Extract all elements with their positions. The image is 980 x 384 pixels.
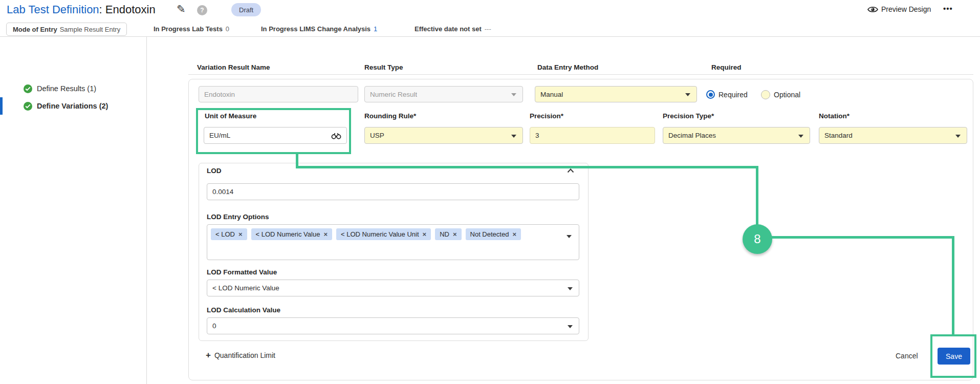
tag-nd: ND× [435, 228, 461, 240]
effective-date-label: Effective date not set [415, 25, 482, 33]
precision-type-label: Precision Type* [663, 112, 714, 120]
lims-change-analysis-label: In Progress LIMS Change Analysis [261, 25, 371, 33]
col-variation-result-name: Variation Result Name [197, 63, 270, 71]
page-header: Lab Test Definition: Endotoxin ✎ ? Draft… [0, 0, 980, 22]
collapse-chevron-up-icon[interactable] [567, 168, 574, 173]
sidebar-item-define-results[interactable]: Define Results (1) [0, 80, 146, 97]
add-quantification-limit-link[interactable]: + Quantification Limit [206, 350, 275, 360]
chevron-down-icon [511, 93, 516, 96]
precision-input[interactable]: 3 [530, 127, 655, 144]
page-title: Lab Test Definition: Endotoxin [7, 3, 156, 16]
tag-lt-lod: < LOD× [211, 228, 247, 240]
in-progress-lab-tests: In Progress Lab Tests 0 [154, 25, 229, 33]
lod-calculation-value-label: LOD Calculation Value [207, 306, 280, 314]
binoculars-lookup-icon[interactable] [331, 132, 341, 139]
required-radio-label: Required [718, 91, 748, 99]
variation-result-name-input: Endotoxin [199, 86, 358, 102]
more-actions-button[interactable]: ••• [943, 4, 953, 13]
chevron-down-icon [568, 287, 573, 290]
step-complete-icon [24, 102, 32, 111]
mode-of-entry-tab[interactable]: Mode of Entry Sample Result Entry [6, 23, 127, 36]
selected-indicator [0, 97, 3, 115]
lod-entry-options-multiselect[interactable]: < LOD× < LOD Numeric Value× < LOD Numeri… [207, 224, 579, 260]
col-required: Required [711, 63, 742, 71]
eye-icon [867, 6, 878, 13]
steps-sidebar: Define Results (1) Define Variations (2) [0, 37, 147, 384]
lod-title: LOD [207, 167, 222, 175]
plus-icon: + [206, 350, 211, 360]
remove-tag-icon[interactable]: × [423, 230, 427, 238]
result-type-select: Numeric Result [364, 86, 523, 102]
preview-design-button[interactable]: Preview Design [867, 5, 931, 13]
chevron-down-icon [685, 93, 690, 96]
lod-formatted-value-label: LOD Formatted Value [207, 268, 277, 276]
sidebar-item-label: Define Variations (2) [37, 102, 108, 110]
remove-tag-icon[interactable]: × [512, 230, 516, 238]
object-type-label: Lab Test Definition [7, 3, 99, 16]
quantification-limit-label: Quantification Limit [214, 351, 275, 359]
in-progress-lims-change-analysis: In Progress LIMS Change Analysis 1 [261, 25, 377, 33]
edit-pencil-icon[interactable]: ✎ [177, 3, 186, 15]
radio-selected-icon [706, 90, 715, 99]
rounding-rule-select[interactable]: USP [364, 127, 523, 144]
required-radio[interactable]: Required [706, 90, 748, 99]
remove-tag-icon[interactable]: × [238, 230, 243, 238]
lod-formatted-value-select[interactable]: < LOD Numeric Value [207, 280, 579, 296]
help-icon[interactable]: ? [197, 5, 207, 15]
lod-calculation-value-select[interactable]: 0 [207, 317, 579, 334]
effective-date: Effective date not set --- [415, 25, 491, 33]
tag-not-detected: Not Detected× [466, 228, 521, 240]
in-progress-lab-tests-count: 0 [226, 25, 229, 33]
col-data-entry-method: Data Entry Method [537, 63, 598, 71]
chevron-down-icon [511, 135, 516, 138]
notation-select[interactable]: Standard [819, 127, 967, 144]
precision-type-select[interactable]: Decimal Places [663, 127, 810, 144]
header-divider [188, 74, 973, 75]
preview-design-label: Preview Design [881, 5, 931, 13]
precision-label: Precision* [530, 112, 563, 120]
sidebar-item-label: Define Results (1) [37, 84, 96, 93]
optional-radio-label: Optional [774, 91, 800, 99]
record-name: : Endotoxin [99, 3, 156, 16]
data-entry-method-select[interactable]: Manual [535, 86, 697, 102]
chevron-down-icon [955, 135, 961, 138]
remove-tag-icon[interactable]: × [323, 230, 328, 238]
lod-entry-options-label: LOD Entry Options [207, 213, 269, 221]
tag-lt-lod-numeric-value-unit: < LOD Numeric Value Unit× [336, 228, 431, 240]
mode-of-entry-value: Sample Result Entry [60, 26, 121, 33]
radio-unselected-icon [761, 90, 770, 99]
mode-of-entry-label: Mode of Entry [13, 26, 57, 33]
chevron-down-icon [568, 325, 573, 328]
notation-label: Notation* [819, 112, 850, 120]
step-complete-icon [24, 84, 32, 93]
in-progress-lab-tests-label: In Progress Lab Tests [154, 25, 223, 33]
sidebar-item-define-variations[interactable]: Define Variations (2) [0, 97, 146, 115]
lab-test-definition-page: Lab Test Definition: Endotoxin ✎ ? Draft… [0, 0, 980, 384]
save-button[interactable]: Save [938, 348, 970, 365]
status-badge: Draft [231, 3, 261, 16]
record-infobar: Mode of Entry Sample Result Entry In Pro… [0, 22, 980, 37]
chevron-down-icon [798, 135, 803, 138]
lims-change-analysis-count-link[interactable]: 1 [374, 25, 377, 33]
unit-of-measure-label: Unit of Measure [205, 112, 256, 120]
col-result-type: Result Type [364, 63, 403, 71]
effective-date-value: --- [485, 25, 491, 33]
unit-of-measure-input[interactable]: EU/mL [204, 127, 347, 144]
chevron-down-icon [567, 235, 572, 238]
tag-lt-lod-numeric-value: < LOD Numeric Value× [251, 228, 332, 240]
remove-tag-icon[interactable]: × [453, 230, 457, 238]
optional-radio[interactable]: Optional [761, 90, 800, 99]
lod-value-input[interactable]: 0.0014 [207, 183, 579, 200]
rounding-rule-label: Rounding Rule* [364, 112, 416, 120]
cancel-button[interactable]: Cancel [896, 352, 918, 360]
